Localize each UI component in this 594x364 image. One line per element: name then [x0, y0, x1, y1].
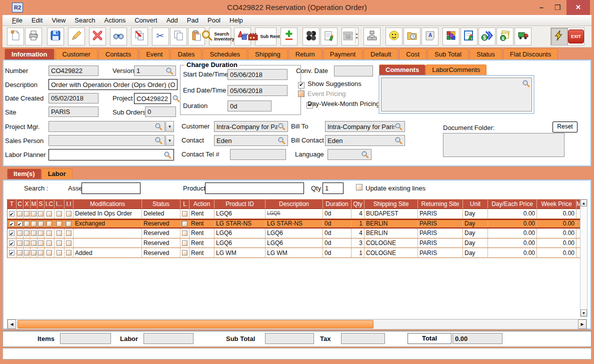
column-header-duration[interactable]: Duration: [323, 199, 352, 209]
asset-search-input[interactable]: [82, 182, 140, 194]
grid-row-5[interactable]: AddedReservedRentLG WMLG WM0d1COLOGNEPAR…: [8, 248, 580, 258]
dropdown-arrows-icon[interactable]: ▼▼: [355, 29, 358, 44]
update-existing-lines-checkbox[interactable]: [356, 184, 362, 190]
cell-duration[interactable]: 0d: [323, 209, 352, 219]
cell-unit[interactable]: Day: [463, 209, 488, 219]
calendar-button[interactable]: 12▼▼: [342, 28, 358, 46]
menu-convert[interactable]: Convert: [130, 16, 162, 25]
t-checkbox[interactable]: [9, 221, 14, 226]
start-date-field[interactable]: 05/06/2018: [228, 69, 288, 80]
cell-status[interactable]: Reserved: [142, 228, 180, 238]
x-checkbox[interactable]: [24, 221, 30, 226]
cell-status[interactable]: Reserved: [142, 219, 180, 229]
cell-description[interactable]: LG STAR-NS: [266, 219, 323, 229]
column-header-idot[interactable]: I...: [54, 199, 64, 209]
column-header-l[interactable]: L: [180, 199, 190, 209]
m-checkbox[interactable]: [31, 211, 36, 216]
cell-shipping_site[interactable]: BERLIN: [364, 228, 418, 238]
menu-edit[interactable]: Edit: [27, 16, 47, 25]
cell-modifications[interactable]: Deleted In Ops Order: [74, 209, 142, 219]
cell-product_id[interactable]: LG WM: [214, 248, 266, 258]
cell-action[interactable]: Rent: [190, 228, 214, 238]
cell-c[interactable]: [16, 248, 24, 258]
cell-l[interactable]: [180, 209, 190, 219]
maximize-button[interactable]: ❒: [550, 0, 565, 15]
cell-ii[interactable]: [64, 209, 74, 219]
grid-row-4[interactable]: ReservedRentLGQ6LGQ60d3COLOGNEPARISDay0.…: [8, 238, 580, 248]
cell-s[interactable]: [38, 228, 44, 238]
s-checkbox[interactable]: [38, 230, 44, 236]
cell-product_id[interactable]: LGQ6: [214, 209, 266, 219]
cell-m[interactable]: [30, 209, 38, 219]
search-magnifier-icon[interactable]: [154, 136, 162, 144]
cell-description[interactable]: LGQ6: [266, 228, 323, 238]
description-field[interactable]: Order with Operation Order (Ops Order) (…: [48, 79, 178, 90]
cell-ii[interactable]: [64, 228, 74, 238]
column-header-m[interactable]: M: [30, 199, 38, 209]
s-checkbox[interactable]: [38, 221, 44, 226]
cell-status[interactable]: Reserved: [142, 238, 180, 248]
smiley-button[interactable]: [386, 28, 402, 46]
menu-actions[interactable]: Actions: [100, 16, 130, 25]
cell-week_price[interactable]: 0.00: [537, 228, 576, 238]
x-checkbox[interactable]: [24, 230, 30, 236]
version-field[interactable]: 1: [134, 66, 176, 76]
idot-checkbox[interactable]: [56, 211, 62, 216]
l-checkbox[interactable]: [182, 221, 188, 226]
cell-l[interactable]: [180, 238, 190, 248]
contact-field[interactable]: Eden: [214, 135, 288, 146]
column-header-product_id[interactable]: Product ID: [214, 199, 266, 209]
sub-orders-field[interactable]: 0: [145, 106, 176, 117]
cell-idot[interactable]: [54, 209, 64, 219]
cell-action[interactable]: Rent: [190, 238, 214, 248]
x-checkbox[interactable]: [24, 211, 30, 216]
cell-x[interactable]: [24, 209, 30, 219]
cell-week_price[interactable]: 0.00: [537, 209, 576, 219]
tab-labor[interactable]: Labor: [42, 168, 72, 179]
folder-clock-button[interactable]: [404, 28, 420, 46]
project-field[interactable]: CO429822: [134, 93, 171, 104]
column-header-x[interactable]: X: [24, 199, 30, 209]
minimize-button[interactable]: –: [534, 0, 549, 15]
comments-magnifier-icon[interactable]: [522, 80, 530, 88]
cell-day_price[interactable]: 0.00: [488, 248, 537, 258]
cell-status[interactable]: Reserved: [142, 248, 180, 258]
cell-x[interactable]: [24, 228, 30, 238]
column-header-t[interactable]: T: [8, 199, 16, 209]
cell-month_price[interactable]: [576, 238, 580, 248]
cell-ic[interactable]: [44, 238, 54, 248]
number-field[interactable]: CO429822: [48, 66, 98, 76]
cell-week_price[interactable]: 0.00: [537, 238, 576, 248]
cell-t[interactable]: [8, 209, 16, 219]
tab-payment[interactable]: Payment: [323, 48, 362, 60]
cell-t[interactable]: [8, 248, 16, 258]
column-header-shipping_site[interactable]: Shipping Site: [364, 199, 418, 209]
cell-qty[interactable]: 1: [352, 248, 364, 258]
cell-week_price[interactable]: 0.00: [537, 248, 576, 258]
cell-qty[interactable]: 3: [352, 238, 364, 248]
t-checkbox[interactable]: [9, 250, 14, 256]
cell-qty[interactable]: 4: [352, 228, 364, 238]
qty-input[interactable]: 1: [322, 182, 344, 194]
m-checkbox[interactable]: [31, 250, 36, 256]
product-search-input[interactable]: [205, 182, 304, 194]
customer-field[interactable]: Intra-Company for Paris Site: [214, 121, 288, 132]
tab-shipping[interactable]: Shipping: [248, 48, 288, 60]
tab-item-s-[interactable]: Item(s): [7, 168, 42, 179]
m-checkbox[interactable]: [31, 221, 36, 226]
tab-schedules[interactable]: Schedules: [202, 48, 247, 60]
cell-x[interactable]: [24, 238, 30, 248]
cell-returning_site[interactable]: PARIS: [418, 219, 463, 229]
l-checkbox[interactable]: [182, 250, 188, 256]
cell-description[interactable]: LG WM: [266, 248, 323, 258]
color-blocks-button[interactable]: [442, 28, 460, 46]
cell-l[interactable]: [180, 219, 190, 229]
cell-m[interactable]: [30, 248, 38, 258]
search-magnifier-icon[interactable]: [394, 136, 402, 144]
labor-planner-field[interactable]: [48, 149, 174, 160]
grid-row-2[interactable]: ExchangedReservedRentLG STAR-NSLG STAR-N…: [8, 219, 580, 229]
column-header-day_price[interactable]: Day/Each Price: [488, 199, 537, 209]
ii-checkbox[interactable]: [66, 211, 72, 216]
grid-vertical-scrollbar[interactable]: ▲ ▼: [580, 199, 588, 317]
idot-checkbox[interactable]: [56, 221, 62, 226]
